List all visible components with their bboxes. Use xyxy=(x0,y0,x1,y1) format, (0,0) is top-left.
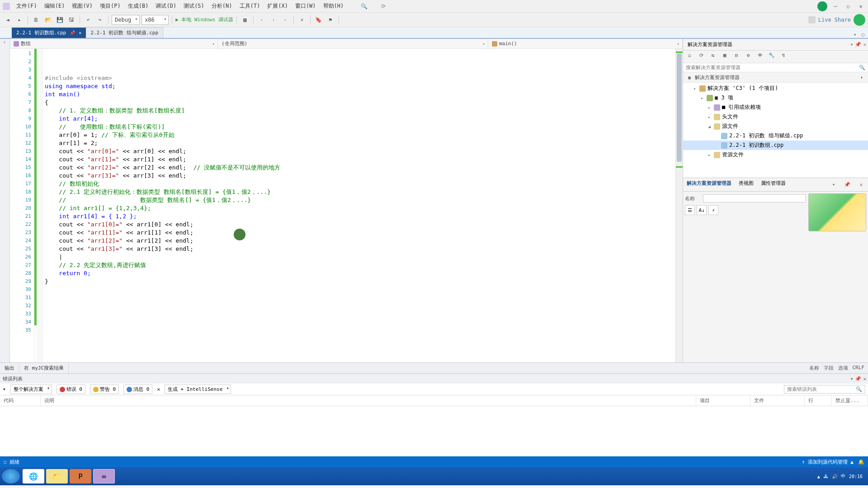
right-panel-tab[interactable]: 解决方案资源管理器 xyxy=(685,39,735,50)
errlist-filter-icon[interactable]: ▾ xyxy=(3,386,6,392)
live-share-icon[interactable] xyxy=(808,16,816,23)
taskbar-chrome-icon[interactable]: 🌐 xyxy=(23,469,44,483)
errlist-build-combo[interactable]: 生成 + IntelliSense xyxy=(165,385,231,394)
doc-tab-inactive[interactable]: 2.2-1 初识数 组与赋值.cpp xyxy=(86,27,163,38)
vertical-scrollbar[interactable] xyxy=(675,49,683,362)
sol-preview-icon[interactable]: 👁 xyxy=(755,52,764,61)
menu-file[interactable]: 文件(F) xyxy=(13,0,41,12)
errlist-search-input[interactable] xyxy=(787,386,856,392)
tree-item[interactable]: 2.2-1 初识数组.cpp xyxy=(683,141,868,150)
flag-icon[interactable]: ⚑ xyxy=(326,15,335,25)
sol-props-icon[interactable]: ⚙ xyxy=(744,52,753,61)
dbg1-icon[interactable]: · xyxy=(257,15,267,25)
solution-search-input[interactable] xyxy=(686,65,857,70)
menu-tools[interactable]: 工具(T) xyxy=(236,0,264,12)
sol-wrench-icon[interactable]: 🔧 xyxy=(767,52,776,61)
menu-test[interactable]: 测试(S) xyxy=(180,0,208,12)
save-icon[interactable]: 💾 xyxy=(55,15,65,25)
menu-build[interactable]: 生成(B) xyxy=(124,0,152,12)
prop-panel-pin-icon[interactable]: 📌 xyxy=(840,180,854,189)
sol-refresh-icon[interactable]: ⟳ xyxy=(697,52,706,61)
code-text-area[interactable]: #include <iostream>using namespace std;i… xyxy=(43,49,683,362)
solution-search-icon[interactable]: 🔍 xyxy=(859,65,865,70)
platform-combo[interactable]: x86 xyxy=(142,15,169,25)
live-share-label[interactable]: Live Share xyxy=(818,17,851,23)
taskbar-visualstudio-icon[interactable]: ∞ xyxy=(93,469,115,483)
taskbar-explorer-icon[interactable]: 📁 xyxy=(46,469,68,483)
fold-bar[interactable] xyxy=(37,49,43,362)
nav-scope[interactable]: (全局范围) xyxy=(218,39,488,48)
menu-debug[interactable]: 调试(D) xyxy=(152,0,180,12)
run-button[interactable]: ▶ 本地 Windows 调试器 xyxy=(175,16,233,23)
errlist-col-supp[interactable]: 禁止显... xyxy=(832,395,868,406)
bookmark-icon[interactable]: 🔖 xyxy=(314,15,324,25)
prop-events-icon[interactable]: ⚡ xyxy=(708,205,718,215)
prop-tab-class[interactable]: 类视图 xyxy=(735,178,757,191)
menu-view[interactable]: 视图(V) xyxy=(68,0,96,12)
errlist-body[interactable] xyxy=(0,406,868,456)
doc-tab-max-icon[interactable]: ▢ xyxy=(860,31,866,38)
scrollbar-thumb[interactable] xyxy=(677,53,682,162)
doc-tab-dropdown-icon[interactable]: ▾ xyxy=(852,31,858,38)
undo-icon[interactable]: ↶ xyxy=(83,15,93,25)
tray-icon[interactable]: ▲ xyxy=(817,474,820,479)
tree-item[interactable]: ▸■ 引用或依赖项 xyxy=(683,103,868,112)
output-right-name[interactable]: 名称 xyxy=(809,365,819,371)
doc-tab-active[interactable]: 2.2-1 初识数组.cpp 📌 ✕ xyxy=(12,28,86,38)
tree-item[interactable]: ◢源文件 xyxy=(683,122,868,131)
taskbar-powerpoint-icon[interactable]: P xyxy=(70,469,91,483)
tree-item[interactable]: ▸头文件 xyxy=(683,112,868,122)
sol-showall-icon[interactable]: ▦ xyxy=(720,52,729,61)
tree-item[interactable]: ▸解决方案 'C3' (1 个项目) xyxy=(683,84,868,93)
sol-sync-icon[interactable]: ⇆ xyxy=(708,52,717,61)
status-notify-icon[interactable]: 🔔 xyxy=(858,459,864,465)
dbg2-icon[interactable]: · xyxy=(269,15,278,25)
search-icon[interactable]: 🔍 xyxy=(361,3,368,9)
errlist-pin-icon[interactable]: 📌 xyxy=(855,376,861,382)
menu-edit[interactable]: 编辑(E) xyxy=(41,0,69,12)
sol-more-icon[interactable]: ↯ xyxy=(779,52,788,61)
prop-az-icon[interactable]: A↓ xyxy=(697,205,707,215)
system-tray[interactable]: ▲ 🖧 🔊 中 20:16 xyxy=(817,473,866,479)
output-right-crlf[interactable]: CRLF xyxy=(853,365,865,371)
tree-item[interactable]: ▸▣ 3 项 xyxy=(683,93,868,103)
new-file-icon[interactable]: 🗎 xyxy=(31,15,41,25)
maximize-button[interactable]: ☐ xyxy=(844,3,853,9)
tray-vol-icon[interactable]: 🔊 xyxy=(832,474,837,479)
menu-analyze[interactable]: 分析(N) xyxy=(208,0,236,12)
minimize-button[interactable]: — xyxy=(831,3,840,9)
prop-panel-dd-icon[interactable]: ▾ xyxy=(829,180,839,189)
tray-time[interactable]: 20:16 xyxy=(849,474,863,479)
errlist-close-icon[interactable]: ✕ xyxy=(863,376,866,382)
errlist-clear-icon[interactable]: ✕ xyxy=(157,386,160,392)
errlist-col-file[interactable]: 文件 xyxy=(750,395,805,406)
save-all-icon[interactable]: 🖫 xyxy=(66,15,76,25)
menu-help[interactable]: 帮助(H) xyxy=(320,0,348,12)
solution-tree[interactable]: ▸解决方案 'C3' (1 个项目)▸▣ 3 项▸■ 引用或依赖项▸头文件◢源文… xyxy=(683,83,868,178)
menu-project[interactable]: 项目(P) xyxy=(96,0,124,12)
start-button[interactable] xyxy=(2,469,20,483)
sol-hdr-icon[interactable]: ▣ xyxy=(686,74,693,81)
close-button[interactable]: ✕ xyxy=(856,3,865,9)
prop-tab-prop[interactable]: 属性管理器 xyxy=(757,178,789,191)
nav-member[interactable]: main() xyxy=(488,39,683,48)
redo-icon[interactable]: ↷ xyxy=(95,15,105,25)
errlist-dd-icon[interactable]: ▾ xyxy=(850,376,854,382)
notify-icon[interactable]: ⟳ xyxy=(381,3,386,9)
output-right-opt[interactable]: 选项 xyxy=(838,365,848,371)
user-avatar-icon[interactable] xyxy=(817,1,827,11)
panel-auto-hide-icon[interactable]: 📌 xyxy=(855,42,861,47)
live-share-avatar-icon[interactable] xyxy=(854,14,865,26)
errlist-errors-pill[interactable]: 错误 0 xyxy=(57,385,85,394)
errlist-warnings-pill[interactable]: 警告 0 xyxy=(90,385,119,394)
nav-project[interactable]: 数组 xyxy=(10,39,218,48)
output-tab-find[interactable]: 在 myJC搜索结果 xyxy=(19,363,69,373)
left-strip-item[interactable]: ▸ xyxy=(3,40,7,44)
panel-pin-icon[interactable]: ▾ xyxy=(850,42,854,47)
doc-tab-pin-icon[interactable]: 📌 xyxy=(70,30,75,35)
status-source-control[interactable]: ↑ 添加到源代码管理 ▲ xyxy=(802,459,854,465)
errlist-col-code[interactable]: 代码 xyxy=(0,395,41,406)
sol-hdr-dd-icon[interactable]: ▾ xyxy=(858,74,865,81)
find-icon[interactable]: ⌕ xyxy=(297,15,307,25)
nav-fwd-icon[interactable]: ▸ xyxy=(14,15,24,25)
